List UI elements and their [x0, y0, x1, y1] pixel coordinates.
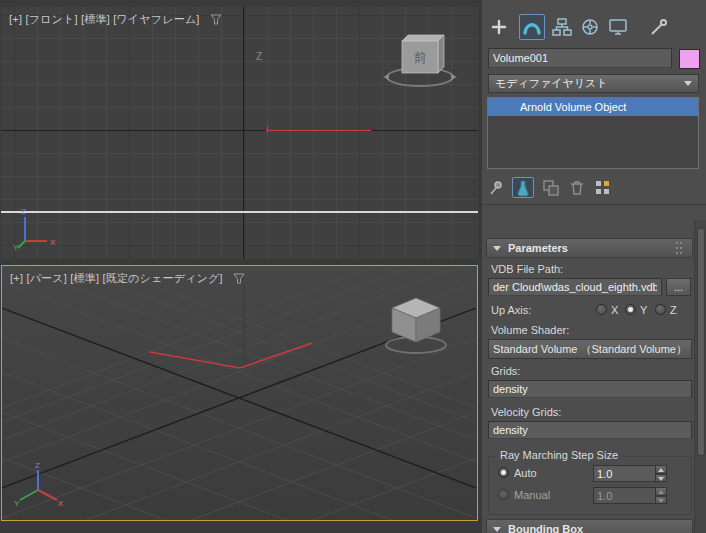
up-axis-x-label: X [611, 304, 618, 316]
viewcube-front[interactable]: 前 [378, 29, 462, 91]
viewport-front-label-text[interactable]: [+] [フロント] [標準] [ワイヤフレーム] [9, 12, 200, 27]
viewcube-side-face[interactable] [438, 35, 444, 73]
show-end-result-button[interactable] [512, 177, 534, 198]
rollout-parameters-title: Parameters [508, 242, 568, 254]
viewport-perspective[interactable]: [+] [パース] [標準] [既定のシェーディング] Z X Y [1, 265, 478, 521]
browse-button-label: ... [674, 281, 683, 293]
axis-gizmo-perspective: Z X Y [14, 462, 64, 512]
configure-modifier-sets-button[interactable] [592, 177, 614, 198]
viewcube-top-face[interactable] [402, 35, 444, 41]
manual-label: Manual [514, 489, 550, 501]
ray-marching-group-title: Ray Marching Step Size [496, 449, 622, 461]
panel-scrollbar-thumb[interactable] [697, 228, 705, 456]
command-panel: モディファイヤリスト Arnold Volume Object [481, 0, 706, 533]
grids-input[interactable] [488, 380, 692, 398]
up-axis-y-label: Y [640, 304, 647, 316]
selected-object-edge [266, 130, 371, 131]
rollout-parameters-header[interactable]: Parameters [486, 238, 693, 258]
object-color-swatch[interactable] [679, 49, 700, 69]
tab-modify[interactable] [519, 14, 545, 40]
utilities-icon [648, 17, 668, 37]
tab-display[interactable] [605, 14, 631, 40]
gizmo-z-label: Z [35, 462, 40, 470]
modifier-stack-item[interactable]: Arnold Volume Object [488, 98, 698, 116]
viewport-filter-icon[interactable] [233, 273, 245, 284]
tab-hierarchy[interactable] [549, 14, 575, 40]
rollout-bounding-box-title: Bounding Box [508, 523, 583, 533]
browse-button[interactable]: ... [666, 278, 691, 296]
rollout-bounding-box-header[interactable]: Bounding Box [486, 519, 693, 533]
viewport-filter-icon[interactable] [210, 14, 222, 25]
auto-label: Auto [514, 467, 537, 479]
world-axis-horizontal [1, 130, 478, 131]
gizmo-x-label: X [58, 499, 64, 508]
viewcube-arrow-left[interactable] [383, 74, 389, 80]
panel-scrollbar[interactable] [694, 220, 706, 533]
remove-modifier-button[interactable] [566, 177, 588, 198]
make-unique-icon [542, 179, 560, 197]
gizmo-y-label: Y [14, 499, 20, 508]
tab-motion[interactable] [577, 14, 603, 40]
viewcube-face-label[interactable]: 前 [414, 50, 427, 65]
world-axis-vertical [243, 7, 244, 259]
create-icon [491, 19, 507, 35]
configure-modifier-sets-icon [594, 179, 612, 197]
vdb-file-path-input[interactable] [488, 278, 662, 296]
tab-create[interactable] [486, 14, 512, 40]
3dsmax-window: Z [+] [フロント] [標準] [ワイヤフレーム] 前 Z X Y [0, 0, 706, 533]
show-end-result-icon [514, 179, 532, 197]
manual-radio[interactable] [498, 489, 509, 500]
display-icon [608, 17, 628, 37]
spinner-down-icon [656, 496, 667, 505]
vdb-file-path-label: VDB File Path: [491, 263, 563, 275]
tab-utilities[interactable] [645, 14, 671, 40]
up-axis-z-label: Z [670, 304, 677, 316]
chevron-down-icon [684, 81, 692, 86]
up-axis-x-radio[interactable] [596, 304, 607, 315]
viewcube-perspective[interactable] [379, 292, 453, 356]
manual-step-spinner [593, 487, 667, 504]
make-unique-button[interactable] [540, 177, 562, 198]
up-axis-z-radio[interactable] [655, 304, 666, 315]
rollout-open-icon [493, 527, 501, 532]
modifier-list-label: モディファイヤリスト [495, 76, 608, 91]
manual-step-input [593, 487, 656, 504]
up-axis-y-radio[interactable] [625, 304, 636, 315]
spinner-up-icon [656, 487, 667, 496]
up-axis-label: Up Axis: [491, 304, 531, 316]
pin-stack-button[interactable] [485, 177, 507, 198]
rollout-open-icon [493, 246, 501, 251]
volume-shader-button-label: Standard Volume （Standard Volume） [493, 342, 687, 357]
modifier-stack: Arnold Volume Object [487, 97, 699, 169]
gizmo-y-label: Y [13, 243, 19, 251]
volume-shader-label: Volume Shader: [491, 324, 569, 336]
velocity-grids-input[interactable] [488, 421, 692, 439]
object-name-input[interactable] [488, 48, 672, 68]
modify-icon [522, 17, 542, 37]
rollout-drag-grip-icon[interactable] [676, 247, 678, 249]
volume-shader-button[interactable]: Standard Volume （Standard Volume） [488, 339, 692, 359]
motion-icon [580, 17, 600, 37]
viewport-front[interactable]: Z [+] [フロント] [標準] [ワイヤフレーム] 前 Z X Y [1, 7, 478, 259]
panel-divider [482, 204, 706, 205]
hierarchy-icon [552, 17, 572, 37]
grid-extent-line [1, 211, 478, 213]
gizmo-z-label: Z [21, 207, 26, 216]
spinner-down-icon[interactable] [656, 474, 667, 483]
auto-step-input[interactable] [593, 465, 656, 482]
axis-gizmo-front: Z X Y [13, 205, 59, 251]
viewcube-arrow-right[interactable] [451, 74, 457, 80]
modifier-list-dropdown[interactable]: モディファイヤリスト [488, 74, 699, 93]
viewport-persp-label-text[interactable]: [+] [パース] [標準] [既定のシェーディング] [10, 271, 223, 286]
velocity-grids-label: Velocity Grids: [491, 406, 561, 418]
viewport-front-label[interactable]: [+] [フロント] [標準] [ワイヤフレーム] [9, 12, 222, 27]
grids-label: Grids: [491, 365, 520, 377]
gizmo-x-label: X [50, 238, 56, 247]
auto-radio[interactable] [498, 467, 509, 478]
selected-object-origin-tick [267, 126, 268, 132]
pin-stack-icon [487, 179, 505, 197]
remove-modifier-icon [568, 179, 586, 197]
auto-step-spinner[interactable] [593, 465, 667, 482]
spinner-up-icon[interactable] [656, 465, 667, 474]
viewport-persp-label[interactable]: [+] [パース] [標準] [既定のシェーディング] [10, 271, 245, 286]
